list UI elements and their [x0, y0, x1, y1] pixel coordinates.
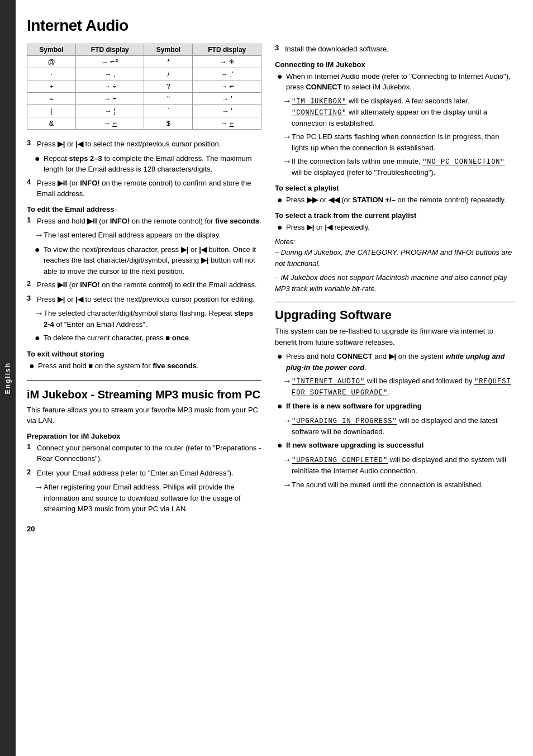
track-bullet-text: Press ▶| or |◀ repeatedly. — [286, 222, 516, 234]
connecting-bullet-1: ● When in Internet Audio mode (refer to … — [275, 71, 516, 93]
new-software-arrow-text: "UPGRADING IN PROGRESS" will be displaye… — [292, 415, 516, 438]
upgrade-arrow-1-text: "INTERNET AUDIO" will be displayed and f… — [292, 375, 516, 398]
upgrade-arrow-1: → "INTERNET AUDIO" will be displayed and… — [275, 375, 516, 398]
bullet-icon: → — [35, 230, 44, 241]
bullet-step3a: ● Repeat steps 2–3 to complete the Email… — [27, 153, 261, 175]
section-divider-1 — [27, 380, 261, 381]
table-row: @ → ⌐² * → ✳ — [27, 56, 261, 68]
success-item: ● If new software upgrading is successfu… — [275, 440, 516, 451]
note-2: – iM Jukebox does not support Macintosh … — [275, 272, 516, 294]
bullet-icon: ● — [29, 360, 38, 372]
edit-step-2: 2 Press ▶II (or INFO! on the remote cont… — [27, 279, 261, 291]
new-software-heading-text: If there is a new software for upgrading — [286, 401, 516, 412]
connecting-arrow-3-text: If the connection fails within one minut… — [292, 156, 516, 178]
bullet-icon: ● — [277, 440, 286, 451]
step-4-text: Press ▶II (or INFO! on the remote contro… — [37, 178, 261, 199]
prep-step-2-text: Enter your Email address (refer to "Ente… — [37, 468, 261, 479]
bullet-icon: ● — [277, 351, 286, 373]
note-1: – During iM Jukebox, the CATEGORY, PROGR… — [275, 247, 516, 269]
bullet-icon: ● — [277, 71, 286, 93]
success-muted-bullet: → The sound will be muted until the conn… — [275, 479, 516, 491]
page: English Internet Audio Symbol FTD displa… — [0, 0, 533, 756]
step-3-number: 3 — [27, 139, 37, 150]
symbol-table: Symbol FTD display Symbol FTD display @ … — [27, 44, 261, 130]
connecting-arrow-1-text: "IM JUKEBOX" will be displayed. A few se… — [292, 96, 516, 129]
edit-view-bullet: ● To view the next/previous character, p… — [27, 244, 261, 277]
edit-step-2-text: Press ▶II (or INFO! on the remote contro… — [37, 279, 261, 291]
edit-view-text: To view the next/previous character, pre… — [44, 244, 261, 277]
edit-step-3-num: 3 — [27, 294, 37, 305]
im-jukebox-heading: iM Jukebox - Streaming MP3 music from PC — [27, 388, 261, 401]
left-column: Symbol FTD display Symbol FTD display @ … — [27, 44, 261, 739]
arrow-icon: → — [283, 415, 292, 438]
right-column: 3 Install the downloaded software. Conne… — [275, 44, 516, 739]
bullet-icon: → — [35, 308, 44, 330]
im-jukebox-intro: This feature allows you to stream your f… — [27, 405, 261, 426]
table-header-ftd2: FTD display — [193, 44, 261, 56]
table-header-symbol2: Symbol — [144, 44, 193, 56]
bullet-icon: ● — [35, 244, 44, 277]
playlist-bullet: ● Press ▶▶ or ◀◀ (or STATION +/– on the … — [275, 194, 516, 206]
playlist-heading: To select a playlist — [275, 184, 516, 192]
table-row: & → ⌐ $ → ⌐ — [27, 117, 261, 130]
connecting-bullet-1-text: When in Internet Audio mode (refer to "C… — [286, 71, 516, 93]
bullet-icon: ● — [35, 332, 44, 344]
edit-step-1-bullet-text: The last entered Email address appears o… — [44, 230, 261, 241]
arrow-icon: → — [283, 96, 292, 129]
upgrading-intro: This system can be re-flashed to upgrade… — [275, 326, 516, 348]
prep-step-1: 1 Connect your personal computer to the … — [27, 443, 261, 464]
table-row: + → ÷ ? → ⌐ — [27, 80, 261, 93]
arrow-icon: → — [283, 375, 292, 398]
sidebar-language-label: English — [4, 362, 12, 394]
success-heading-text: If new software upgrading is successful — [286, 440, 516, 451]
step-4-item: 4 Press ▶II (or INFO! on the remote cont… — [27, 178, 261, 199]
playlist-bullet-text: Press ▶▶ or ◀◀ (or STATION +/– on the re… — [286, 194, 516, 206]
arrow-icon: → — [283, 454, 292, 477]
prep-step-2: 2 Enter your Email address (refer to "En… — [27, 468, 261, 479]
step-3-item: 3 Press ▶| or |◀ to select the next/prev… — [27, 139, 261, 150]
page-number: 20 — [27, 525, 261, 533]
new-software-arrow: → "UPGRADING IN PROGRESS" will be displa… — [275, 415, 516, 438]
section-divider-2 — [275, 302, 516, 302]
page-title: Internet Audio — [27, 17, 516, 35]
main-content: Internet Audio Symbol FTD display Symbol… — [16, 0, 533, 756]
prep-step-2-num: 2 — [27, 468, 37, 479]
prep-step-2-bullet: → After registering your Email address, … — [27, 482, 261, 515]
edit-email-heading: To edit the Email address — [27, 205, 261, 213]
edit-step-1-bullet: → The last entered Email address appears… — [27, 230, 261, 241]
sidebar: English — [0, 0, 16, 756]
notes-section: Notes: – During iM Jukebox, the CATEGORY… — [275, 238, 516, 294]
upgrading-heading: Upgrading Software — [275, 308, 516, 322]
bullet-icon: ● — [277, 194, 286, 206]
prep-heading: Preparation for iM Jukebox — [27, 432, 261, 440]
exit-bullet: ● Press and hold ■ on the system for fiv… — [27, 360, 261, 372]
table-row: · → , / → ,' — [27, 68, 261, 80]
connecting-heading: Connecting to iM Jukebox — [275, 60, 516, 69]
table-header-symbol1: Symbol — [27, 44, 76, 56]
edit-step-3-text: Press ▶| or |◀ to select the next/previo… — [37, 294, 261, 305]
track-heading: To select a track from the current playl… — [275, 211, 516, 220]
edit-step-1-num: 1 — [27, 216, 37, 227]
edit-delete-text: To delete the current character, press ■… — [44, 332, 261, 344]
connecting-arrow-2: → The PC LED starts flashing when connec… — [275, 131, 516, 153]
connecting-arrow-3: → If the connection fails within one min… — [275, 156, 516, 178]
track-bullet: ● Press ▶| or |◀ repeatedly. — [275, 222, 516, 234]
edit-step-3-bullet: → The selected character/digit/symbol st… — [27, 308, 261, 330]
right-step-3-num: 3 — [275, 44, 285, 55]
bullet-icon: ● — [35, 153, 44, 175]
exit-text: Press and hold ■ on the system for five … — [38, 360, 261, 372]
prep-step-1-num: 1 — [27, 443, 37, 464]
main-layout: Symbol FTD display Symbol FTD display @ … — [27, 44, 516, 739]
success-arrow: → "UPGRADING COMPLETED" will be displaye… — [275, 454, 516, 477]
edit-step-3-bullet-text: The selected character/digit/symbol star… — [44, 308, 261, 330]
connecting-arrow-1: → "IM JUKEBOX" will be displayed. A few … — [275, 96, 516, 129]
step-3-text: Press ▶| or |◀ to select the next/previo… — [37, 139, 261, 150]
bullet-icon: → — [35, 482, 44, 515]
edit-step-2-num: 2 — [27, 279, 37, 291]
edit-delete-bullet: ● To delete the current character, press… — [27, 332, 261, 344]
arrow-icon: → — [283, 479, 292, 491]
edit-step-1-text: Press and hold ▶II (or INFO! on the remo… — [37, 216, 261, 227]
exit-heading: To exit without storing — [27, 350, 261, 358]
success-muted-text: The sound will be muted until the connec… — [292, 479, 516, 491]
prep-step-2-bullet-text: After registering your Email address, Ph… — [44, 482, 261, 515]
